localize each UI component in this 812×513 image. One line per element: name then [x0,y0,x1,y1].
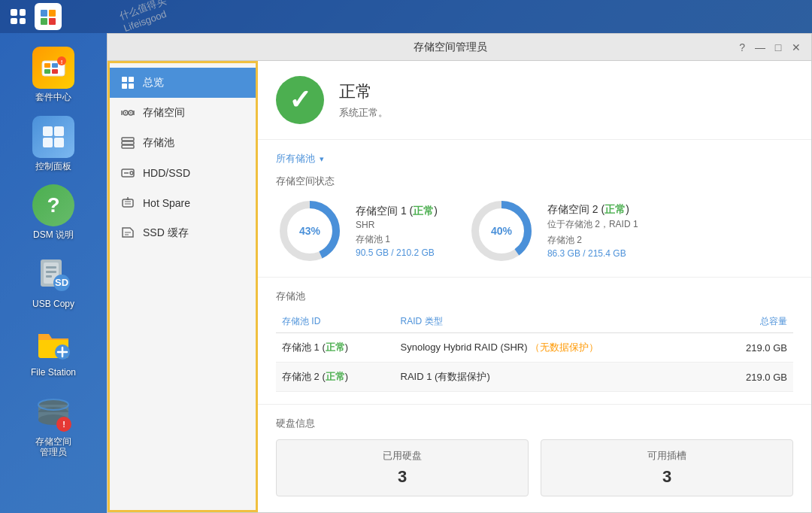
status-description: 系统正常。 [339,106,388,120]
col-raid: RAID 类型 [395,311,713,333]
window-maximize-button[interactable]: □ [772,41,784,53]
nav-item-hot-spare[interactable]: Hot Spare [110,188,256,218]
window-titlebar: 存储空间管理员 ? — □ ✕ [108,34,811,61]
section-header: 所有储池 ▾ [276,152,793,165]
donut-chart-1: 43% [276,197,344,265]
svg-rect-17 [46,266,56,269]
nav-item-storage-space[interactable]: 存储空间 [110,98,256,128]
svg-rect-45 [122,145,134,148]
sidebar-item-dsm-help[interactable]: ? DSM 说明 [0,178,107,247]
status-text: 正常 系统正常。 [339,80,388,120]
window-help-button[interactable]: ? [739,41,745,53]
dropdown-arrow-icon[interactable]: ▾ [320,154,324,164]
disk-available-label: 可用插槽 [553,449,780,463]
nav-item-ssd-cache[interactable]: SSD 缓存 [110,218,256,248]
control-panel-label: 控制面板 [35,161,71,173]
storage-space-1-status: 正常 [413,205,434,217]
status-icon: ✓ [276,76,324,124]
storage-card-1: 43% 存储空间 1 (正常) SHR 存储池 1 90.5 GB / 210.… [276,197,438,265]
nav-item-storage-pool[interactable]: 存储池 [110,128,256,158]
pool-row-1: 存储池 1 (正常) Synology Hybrid RAID (SHR) （无… [276,333,793,363]
svg-point-47 [130,172,133,175]
storage-info-2: 存储空间 2 (正常) 位于存储池 2，RAID 1 存储池 2 86.3 GB… [547,203,638,259]
window-title: 存储空间管理员 [162,41,739,54]
ssd-cache-icon [120,226,135,241]
sidebar-item-control-panel[interactable]: 控制面板 [0,110,107,179]
svg-rect-2 [41,18,47,25]
sidebar-item-usb-copy[interactable]: SD USB Copy [0,247,107,317]
overview-icon [120,75,135,90]
storage-space-1-pool: 存储池 1 [356,233,438,246]
storage-space-1-type: SHR [356,220,438,230]
sidebar-item-file-station[interactable]: File Station [0,316,107,385]
storage-space-2-location: 位于存储池 2，RAID 1 [547,218,638,231]
storage-space-1-size: 90.5 GB / 210.2 GB [356,247,438,258]
svg-rect-3 [49,18,56,25]
disk-used-label: 已用硬盘 [289,449,516,463]
svg-rect-5 [44,63,50,68]
svg-rect-1 [49,10,56,17]
window-controls: ? — □ ✕ [739,41,802,53]
sidebar-item-storage-manager[interactable]: ! 存储空间 管理员 [0,385,107,464]
nav-storage-pool-label: 存储池 [143,136,174,150]
donut-chart-2: 40% [468,197,535,265]
top-bar [0,0,812,33]
hdd-ssd-icon [120,165,135,181]
window-minimize-button[interactable]: — [754,41,766,53]
svg-point-38 [125,112,126,114]
svg-rect-34 [129,77,134,82]
window-body: 总览 存储空间 [108,61,811,512]
suite-center-label: 套件中心 [35,92,71,104]
storage-cards: 43% 存储空间 1 (正常) SHR 存储池 1 90.5 GB / 210.… [276,197,793,265]
nav-overview-label: 总览 [143,76,164,90]
file-station-icon [32,322,74,364]
svg-rect-13 [43,138,53,147]
storage-space-2-status: 正常 [604,203,626,215]
storage-state-label: 存储空间状态 [276,175,793,188]
status-section: ✓ 正常 系统正常。 [258,61,811,140]
status-title: 正常 [339,80,388,103]
nav-item-hdd-ssd[interactable]: HDD/SSD [110,158,256,188]
storage-card-2: 40% 存储空间 2 (正常) 位于存储池 2，RAID 1 存储池 2 86.… [468,197,638,265]
nav-item-overview[interactable]: 总览 [110,68,256,98]
storage-space-2-pool: 存储池 2 [547,234,638,247]
pool-table: 存储池 ID RAID 类型 总容量 存储池 1 (正常) [276,311,793,392]
sidebar-item-suite-center[interactable]: ! 套件中心 [0,41,107,110]
storage-filter-label[interactable]: 所有储池 [276,152,315,165]
disk-card-used: 已用硬盘 3 [276,439,529,496]
svg-rect-33 [122,77,127,82]
svg-rect-8 [52,69,58,74]
nav-ssd-cache-label: SSD 缓存 [143,226,189,240]
svg-rect-36 [129,83,134,89]
taskbar-app-icon[interactable] [35,3,62,30]
hot-spare-icon [120,196,135,211]
window-close-button[interactable]: ✕ [790,41,802,53]
storage-space-2-title: 存储空间 2 (正常) [547,203,638,217]
svg-point-40 [130,112,132,114]
storage-manager-icon: ! [32,391,74,433]
main-content: ✓ 正常 系统正常。 所有储池 ▾ 存储空间状态 [258,61,811,512]
donut-label-1: 43% [299,225,320,237]
disk-section: 硬盘信息 已用硬盘 3 可用插槽 3 [258,405,811,508]
disk-section-title: 硬盘信息 [276,417,793,430]
usb-copy-icon: SD [32,253,74,296]
checkmark-icon: ✓ [289,84,311,116]
svg-text:SD: SD [55,277,68,288]
apps-menu-button[interactable] [6,5,30,29]
disk-available-count: 3 [553,467,780,487]
nav-panel: 总览 存储空间 [108,61,258,512]
storage-manager-label: 存储空间 管理员 [35,436,71,458]
disk-used-count: 3 [289,467,516,487]
desktop: 什么值得买 Lifeisgood ! 套件中心 [0,0,812,513]
disk-card-available: 可用插槽 3 [541,439,793,496]
pool-1-id: 存储池 1 (正常) [276,333,395,363]
svg-rect-6 [52,63,58,68]
svg-text:!: ! [62,420,65,429]
storage-space-2-size: 86.3 GB / 215.4 GB [547,248,638,259]
usb-copy-label: USB Copy [32,299,74,311]
svg-rect-19 [46,275,52,278]
storage-pool-icon [120,135,135,150]
storage-space-section: 所有储池 ▾ 存储空间状态 43% [258,140,811,278]
svg-text:!: ! [61,59,63,65]
disk-cards: 已用硬盘 3 可用插槽 3 [276,439,793,496]
